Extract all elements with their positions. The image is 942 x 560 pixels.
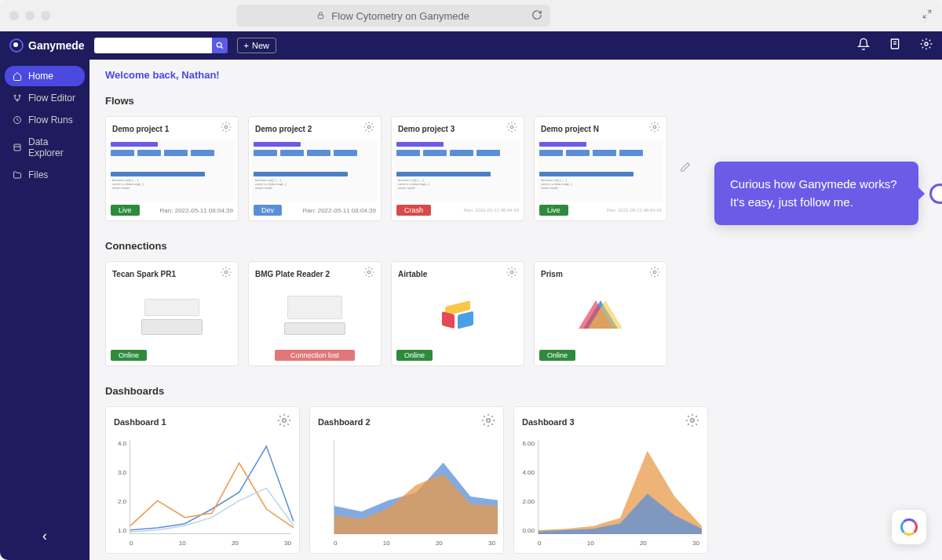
sidebar-item-label: Files	[28, 169, 48, 180]
connection-icon	[249, 285, 381, 347]
dashboards-section: Dashboards Dashboard 1 4.03.02.01.0 0102…	[105, 385, 926, 554]
bell-icon[interactable]	[857, 38, 870, 53]
ran-timestamp: Ran: 2022-05-11 08:04:39	[303, 207, 376, 214]
branch-icon	[13, 93, 22, 103]
section-title: Flows	[105, 95, 926, 107]
svg-point-16	[653, 271, 656, 274]
connection-icon	[535, 285, 666, 347]
dashboard-title: Dashboard 3	[522, 417, 575, 427]
close-window-icon[interactable]	[9, 11, 19, 20]
folder-icon	[13, 170, 22, 180]
flow-card[interactable]: Demo project N function run() { ... }con…	[534, 116, 667, 221]
connection-title: Tecan Spark PR1	[112, 270, 176, 278]
plus-icon: +	[244, 41, 249, 50]
logo-icon	[9, 38, 24, 53]
y-axis	[315, 440, 330, 534]
status-badge: Online	[396, 350, 433, 361]
dashboard-title: Dashboard 1	[114, 417, 166, 427]
gear-icon[interactable]	[481, 413, 495, 431]
gear-icon[interactable]	[506, 122, 517, 136]
connection-card[interactable]: Prism Online	[534, 261, 667, 366]
onboarding-tooltip[interactable]: Curious how Ganymede works? It's easy, j…	[714, 162, 918, 225]
search-icon	[216, 42, 224, 49]
gear-icon[interactable]	[685, 413, 699, 431]
flow-preview: function run() { ... }const x = data.map…	[395, 140, 520, 202]
edit-icon[interactable]	[680, 162, 691, 176]
dashboard-title: Dashboard 2	[318, 417, 371, 427]
sidebar-item-flow-runs[interactable]: Flow Runs	[5, 110, 85, 130]
new-button[interactable]: + New	[237, 38, 276, 53]
flow-preview: function run() { ... }const x = data.map…	[538, 140, 663, 202]
lock-icon	[316, 10, 325, 22]
gear-icon[interactable]	[221, 122, 232, 136]
minimize-window-icon[interactable]	[25, 11, 35, 20]
dashboard-chart: 4.03.02.01.0 0102030	[106, 437, 299, 547]
connection-card[interactable]: Tecan Spark PR1 Online	[105, 261, 239, 366]
gear-icon[interactable]	[221, 267, 232, 281]
home-icon	[13, 71, 22, 81]
flow-card[interactable]: Demo project 1 function run() { ... }con…	[105, 116, 239, 221]
svg-point-10	[367, 125, 371, 129]
svg-point-3	[925, 42, 928, 45]
gear-icon[interactable]	[649, 267, 660, 281]
status-badge: Live	[111, 205, 140, 216]
maximize-window-icon[interactable]	[41, 11, 50, 20]
sidebar-item-label: Data Explorer	[28, 136, 77, 158]
status-badge: Live	[539, 205, 568, 216]
section-title: Dashboards	[105, 385, 926, 397]
status-badge: Crash	[396, 205, 431, 216]
gear-icon[interactable]	[363, 122, 374, 136]
dashboard-card[interactable]: Dashboard 2 0102030	[309, 406, 504, 554]
expand-icon[interactable]	[922, 9, 933, 23]
flow-preview: function run() { ... }const x = data.map…	[252, 140, 378, 202]
logo[interactable]: Ganymede	[9, 38, 85, 53]
y-axis: 4.03.02.01.0	[111, 440, 126, 534]
ran-timestamp: Ran: 2022-05-11 08:04:39	[607, 208, 662, 213]
connection-title: Airtable	[398, 270, 427, 278]
flow-title: Demo project 1	[112, 125, 169, 133]
search-wrap	[94, 38, 228, 53]
url-bar[interactable]: Flow Cytometry on Ganymede	[236, 5, 550, 27]
gear-icon[interactable]	[277, 413, 291, 431]
sidebar-item-files[interactable]: Files	[5, 165, 85, 185]
status-badge: Online	[539, 350, 575, 361]
sidebar-item-home[interactable]: Home	[5, 66, 85, 86]
gear-icon[interactable]	[649, 122, 660, 136]
svg-point-19	[691, 419, 695, 423]
document-icon[interactable]	[889, 38, 901, 53]
svg-point-1	[217, 42, 221, 47]
help-widget[interactable]	[892, 510, 926, 544]
y-axis: 6.004.002.000.00	[519, 440, 535, 534]
flow-card[interactable]: Demo project 2 function run() { ... }con…	[248, 116, 382, 221]
search-input[interactable]	[94, 38, 212, 53]
tooltip-target-icon[interactable]	[929, 184, 942, 204]
gear-icon[interactable]	[506, 267, 517, 281]
settings-icon[interactable]	[920, 38, 933, 53]
svg-point-13	[225, 271, 228, 274]
sidebar-collapse-button[interactable]: ‹	[5, 518, 85, 554]
connection-card[interactable]: Airtable Online	[391, 261, 524, 366]
flow-title: Demo project 3	[398, 125, 455, 133]
sidebar-item-label: Flow Editor	[28, 93, 75, 104]
flow-title: Demo project N	[541, 125, 599, 133]
sidebar-item-label: Home	[28, 71, 53, 82]
dashboard-card[interactable]: Dashboard 3 6.004.002.000.00 0102030	[513, 406, 708, 554]
clock-icon	[13, 115, 22, 125]
dashboard-card[interactable]: Dashboard 1 4.03.02.01.0 0102030	[105, 406, 300, 554]
connection-title: BMG Plate Reader 2	[255, 270, 330, 278]
reload-icon[interactable]	[531, 9, 542, 23]
svg-point-12	[653, 125, 656, 129]
gear-icon[interactable]	[363, 267, 374, 281]
search-button[interactable]	[212, 38, 228, 53]
section-title: Connections	[105, 240, 926, 252]
tooltip-text: Curious how Ganymede works? It's easy, j…	[730, 177, 897, 209]
page-title: Flow Cytometry on Ganymede	[331, 10, 469, 22]
sidebar-item-flow-editor[interactable]: Flow Editor	[5, 88, 85, 108]
welcome-message: Welcome back, Nathan!	[105, 69, 926, 81]
connection-card[interactable]: BMG Plate Reader 2 Connection lost	[248, 261, 382, 366]
sidebar-item-label: Flow Runs	[28, 115, 73, 125]
flow-card[interactable]: Demo project 3 function run() { ... }con…	[391, 116, 524, 221]
sidebar: Home Flow Editor Flow Runs Data Explorer…	[0, 60, 89, 560]
sidebar-item-data-explorer[interactable]: Data Explorer	[5, 132, 85, 163]
ran-timestamp: Ran: 2022-05-11 08:04:39	[464, 208, 519, 213]
